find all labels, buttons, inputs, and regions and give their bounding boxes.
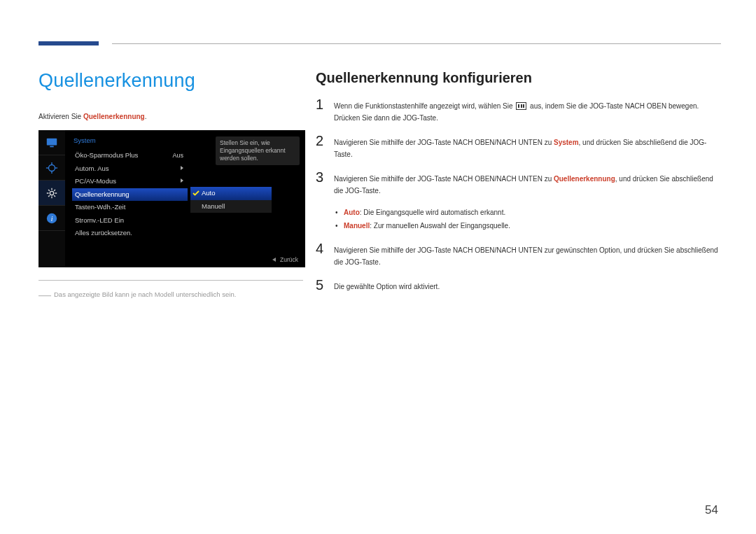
check-icon bbox=[192, 190, 200, 197]
osd-menu-screenshot: i System Öko-Sparmodus PlusAus Autom. Au… bbox=[38, 130, 305, 267]
svg-text:i: i bbox=[51, 214, 53, 222]
osd-sub-auto[interactable]: Auto bbox=[190, 187, 272, 200]
page-number: 54 bbox=[705, 503, 718, 517]
osd-item-key-repeat[interactable]: Tasten-Wdh.-Zeit bbox=[72, 201, 188, 214]
osd-header: System bbox=[74, 136, 96, 144]
chevron-right-icon bbox=[181, 166, 183, 170]
step-number: 5 bbox=[316, 278, 334, 293]
osd-sidebar: i bbox=[38, 130, 65, 267]
osd-item-pcav[interactable]: PC/AV-Modus bbox=[72, 175, 188, 188]
step-1: 1 Wenn die Funktionstastenhilfe angezeig… bbox=[316, 97, 721, 124]
step-2: 2 Navigieren Sie mithilfe der JOG-Taste … bbox=[316, 134, 721, 160]
osd-tab-display[interactable] bbox=[38, 155, 65, 181]
left-column: Quellenerkennung Aktivieren Sie Quellene… bbox=[38, 70, 303, 302]
osd-item-source-detect[interactable]: Quellenerkennung bbox=[72, 188, 188, 202]
target-icon bbox=[46, 162, 58, 174]
step-text: Die gewählte Option wird aktiviert. bbox=[334, 278, 440, 293]
step-3: 3 Navigieren Sie mithilfe der JOG-Taste … bbox=[316, 170, 721, 197]
page-title: Quellenerkennung bbox=[38, 70, 303, 92]
divider bbox=[38, 280, 303, 281]
step-number: 1 bbox=[316, 97, 334, 124]
osd-tab-system[interactable] bbox=[38, 181, 65, 206]
osd-back-label[interactable]: Zurück bbox=[280, 256, 298, 263]
step-number: 4 bbox=[316, 241, 334, 268]
section-heading: Quellenerkennung konfigurieren bbox=[316, 70, 721, 86]
gear-icon bbox=[46, 187, 58, 199]
dash-icon: ― bbox=[38, 288, 50, 302]
svg-point-7 bbox=[50, 191, 53, 195]
menu-icon bbox=[516, 102, 526, 110]
intro-text: Aktivieren Sie Quellenerkennung. bbox=[38, 113, 303, 120]
step-number: 2 bbox=[316, 134, 334, 160]
osd-item-autooff[interactable]: Autom. Aus bbox=[72, 162, 188, 176]
osd-menu-list: Öko-Sparmodus PlusAus Autom. Aus PC/AV-M… bbox=[72, 149, 188, 240]
step-4: 4 Navigieren Sie mithilfe der JOG-Taste … bbox=[316, 241, 721, 268]
osd-sub-manual[interactable]: Manuell bbox=[190, 200, 272, 213]
svg-point-2 bbox=[49, 164, 55, 171]
step-text: Navigieren Sie mithilfe der JOG-Taste NA… bbox=[334, 241, 721, 268]
monitor-icon bbox=[46, 136, 58, 149]
step-text: Navigieren Sie mithilfe der JOG-Taste NA… bbox=[334, 170, 721, 197]
osd-item-reset[interactable]: Alles zurücksetzen. bbox=[72, 227, 188, 240]
intro-keyword: Quellenerkennung bbox=[83, 113, 145, 120]
step-5: 5 Die gewählte Option wird aktiviert. bbox=[316, 278, 721, 293]
intro-post: . bbox=[145, 113, 147, 120]
right-column: Quellenerkennung konfigurieren 1 Wenn di… bbox=[316, 70, 721, 302]
bullet-manual: Manuell: Zur manuellen Auswahl der Einga… bbox=[334, 220, 721, 232]
step-number: 3 bbox=[316, 170, 334, 197]
osd-item-eco[interactable]: Öko-Sparmodus PlusAus bbox=[72, 149, 188, 162]
step-text: Wenn die Funktionstastenhilfe angezeigt … bbox=[334, 97, 721, 124]
option-bullets: Auto: Die Eingangsquelle wird automatisc… bbox=[334, 206, 721, 232]
osd-item-power-led[interactable]: Stromv.-LED Ein bbox=[72, 214, 188, 227]
osd-tab-info[interactable]: i bbox=[38, 206, 65, 231]
chevron-right-icon bbox=[181, 178, 183, 183]
osd-hint: Stellen Sie ein, wie Eingangsquellen erk… bbox=[216, 136, 300, 165]
footnote: ―Das angezeigte Bild kann je nach Modell… bbox=[38, 288, 303, 302]
svg-rect-1 bbox=[50, 146, 53, 147]
back-triangle-icon bbox=[272, 258, 276, 262]
info-icon: i bbox=[46, 212, 58, 225]
intro-pre: Aktivieren Sie bbox=[38, 113, 83, 120]
header-rule bbox=[112, 43, 721, 44]
step-text: Navigieren Sie mithilfe der JOG-Taste NA… bbox=[334, 134, 721, 160]
bullet-auto: Auto: Die Eingangsquelle wird automatisc… bbox=[334, 206, 721, 218]
osd-tab-picture[interactable] bbox=[38, 130, 65, 155]
osd-submenu: Auto Manuell bbox=[190, 187, 272, 213]
header-accent-bar bbox=[38, 41, 99, 45]
svg-rect-0 bbox=[47, 138, 57, 145]
